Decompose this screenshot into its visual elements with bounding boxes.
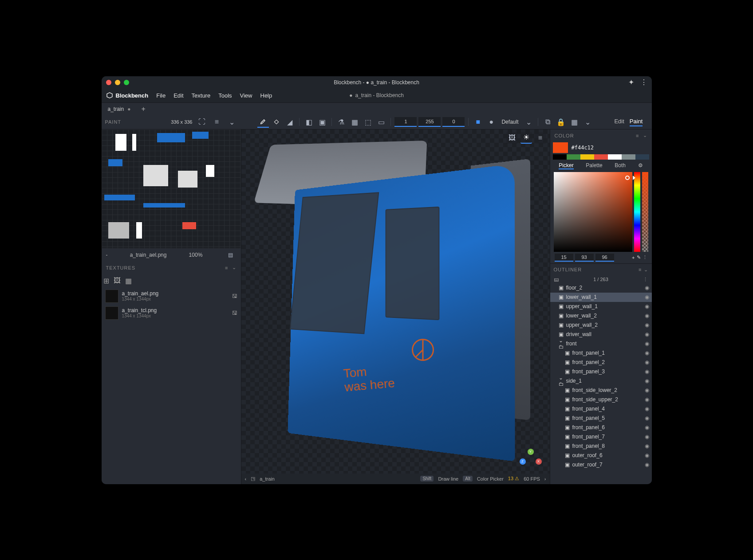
visibility-icon[interactable]: ◉	[645, 359, 649, 365]
visibility-icon[interactable]: ◉	[645, 415, 649, 421]
viewport-image-icon[interactable]: 🖼	[506, 132, 518, 144]
selection-tool-icon[interactable]: ⬚	[362, 116, 374, 128]
visibility-icon[interactable]: ◉	[645, 368, 649, 375]
add-texture-icon[interactable]: ⊞	[103, 277, 109, 285]
saturation-value-picker[interactable]	[554, 172, 632, 252]
lightness-input[interactable]	[595, 254, 614, 262]
gradient-tool-icon[interactable]: ▦	[349, 116, 360, 128]
alpha-slider[interactable]	[642, 172, 648, 252]
outliner-item[interactable]: ▣ front_panel_3 ◉	[550, 367, 652, 376]
outliner-item[interactable]: ▣ upper_wall_2 ◉	[550, 321, 652, 330]
outliner-item[interactable]: ▣ lower_wall_1 ◉	[550, 293, 652, 302]
visibility-icon[interactable]: ◉	[645, 341, 649, 347]
minimize-window-icon[interactable]	[115, 80, 120, 85]
visibility-icon[interactable]: ◉	[645, 406, 649, 412]
outliner-item[interactable]: ▣ lower_wall_2 ◉	[550, 311, 652, 321]
color-tab-picker[interactable]: Picker	[559, 162, 573, 169]
swatch[interactable]	[608, 154, 622, 160]
chevron-down-icon[interactable]: ⌄	[582, 116, 593, 128]
outliner-item[interactable]: ⌄ 🗀 front ◉	[550, 339, 652, 349]
menu-texture[interactable]: Texture	[192, 92, 211, 99]
eraser-tool-icon[interactable]: ◧	[303, 116, 315, 128]
chevron-down-icon[interactable]: ⌄	[232, 265, 237, 270]
swatch[interactable]	[622, 154, 635, 160]
texture-item[interactable]: a_train_ael.png 1344 x 1344px 🖫	[104, 288, 238, 305]
visibility-icon[interactable]: ◉	[645, 387, 649, 393]
extension-icon[interactable]: ✦	[628, 78, 634, 86]
color-hex-input[interactable]: #f44c12	[568, 145, 594, 151]
lock-tool-icon[interactable]: 🔒	[555, 116, 567, 128]
axis-z-icon[interactable]: Z	[520, 458, 526, 465]
outliner-item[interactable]: ▣ upper_wall_1 ◉	[550, 302, 652, 311]
outliner-item[interactable]: ▣ driver_wall ◉	[550, 330, 652, 339]
menu-help[interactable]: Help	[260, 92, 272, 99]
shape-tool-icon[interactable]: ◢	[284, 116, 296, 128]
viewport-shading-icon[interactable]: ☀	[520, 132, 532, 144]
color-tab-palette[interactable]: Palette	[586, 162, 602, 169]
saturation-input[interactable]	[575, 254, 594, 262]
storage-icon[interactable]: 🖴	[554, 277, 559, 282]
visibility-icon[interactable]: ◉	[645, 303, 649, 309]
add-color-icon[interactable]: +	[632, 255, 635, 260]
color-tab-both[interactable]: Both	[615, 162, 626, 169]
outliner-item[interactable]: ▣ front_panel_6 ◉	[550, 423, 652, 432]
more-icon[interactable]: ⋮	[643, 277, 648, 282]
hue-slider[interactable]	[634, 172, 640, 252]
axis-y-icon[interactable]: Y	[528, 449, 534, 455]
save-icon[interactable]: 🖫	[232, 293, 237, 299]
hue-input[interactable]	[555, 254, 573, 262]
nav-forward-icon[interactable]: ›	[544, 476, 546, 482]
maximize-window-icon[interactable]	[124, 80, 129, 85]
swatch[interactable]	[567, 154, 580, 160]
panel-options-icon[interactable]: ≡	[639, 267, 642, 272]
current-color-swatch[interactable]	[553, 142, 568, 153]
outliner-item[interactable]: ▣ front_panel_8 ◉	[550, 442, 652, 451]
open-project-tab[interactable]: ● a_train - Blockbench	[349, 92, 404, 98]
brush-size-input[interactable]	[394, 117, 417, 127]
nav-back-icon[interactable]: ‹	[245, 476, 247, 482]
stamp-tool-icon[interactable]: ▣	[316, 116, 328, 128]
close-window-icon[interactable]	[106, 80, 111, 85]
menu-file[interactable]: File	[156, 92, 166, 99]
outliner-item[interactable]: ▣ outer_roof_6 ◉	[550, 451, 652, 460]
visibility-icon[interactable]: ◉	[645, 350, 649, 356]
bucket-tool-icon[interactable]	[271, 116, 282, 128]
outliner-item[interactable]: ▣ front_panel_5 ◉	[550, 414, 652, 423]
eyedropper-tool-icon[interactable]: ⚗	[335, 116, 347, 128]
viewport-3d[interactable]: Tom was here 🖼 ☀ ≡ Y X Z ‹ ◳ a_train	[241, 129, 550, 484]
swatch[interactable]	[553, 154, 567, 160]
visibility-icon[interactable]: ◉	[645, 434, 649, 440]
menu-edit[interactable]: Edit	[173, 92, 183, 99]
shape-circle-icon[interactable]: ●	[485, 116, 497, 128]
swatch[interactable]	[580, 154, 594, 160]
shape-square-icon[interactable]: ■	[472, 116, 484, 128]
grid-tool-icon[interactable]: ▦	[568, 116, 580, 128]
new-tab-button[interactable]: +	[137, 105, 150, 113]
outliner-item[interactable]: ▣ front_side_lower_2 ◉	[550, 386, 652, 395]
menu-tools[interactable]: Tools	[218, 92, 232, 99]
kebab-menu-icon[interactable]: ⋮	[640, 78, 647, 86]
uv-editor[interactable]	[102, 129, 241, 248]
brush-softness-input[interactable]	[442, 117, 465, 127]
visibility-icon[interactable]: ◉	[645, 424, 649, 431]
outliner-item[interactable]: ▣ front_side_upper_2 ◉	[550, 395, 652, 404]
axis-x-icon[interactable]: X	[536, 458, 542, 465]
uv-grid-icon[interactable]: ▤	[225, 249, 237, 261]
mirror-tool-icon[interactable]: ⧉	[542, 116, 553, 128]
viewport-settings-icon[interactable]: ≡	[535, 132, 546, 144]
visibility-icon[interactable]: ◉	[645, 462, 649, 468]
outliner-item[interactable]: ▣ front_panel_1 ◉	[550, 349, 652, 358]
texture-grid-icon[interactable]: ▦	[125, 277, 132, 285]
uv-options-icon[interactable]: ≡	[211, 116, 223, 128]
outliner-item[interactable]: ▣ front_panel_7 ◉	[550, 432, 652, 442]
visibility-icon[interactable]: ◉	[645, 285, 649, 291]
save-icon[interactable]: 🖫	[232, 310, 237, 316]
import-texture-icon[interactable]: 🖼	[114, 277, 121, 285]
visibility-icon[interactable]: ◉	[645, 331, 649, 337]
outliner-item[interactable]: ▣ floor_2 ◉	[550, 283, 652, 293]
file-tab[interactable]: a_train ●	[102, 103, 137, 115]
panel-options-icon[interactable]: ≡	[225, 265, 228, 270]
text-tool-icon[interactable]: ▭	[375, 116, 387, 128]
swatch[interactable]	[594, 154, 608, 160]
chevron-down-icon[interactable]: ⌄	[226, 116, 238, 128]
